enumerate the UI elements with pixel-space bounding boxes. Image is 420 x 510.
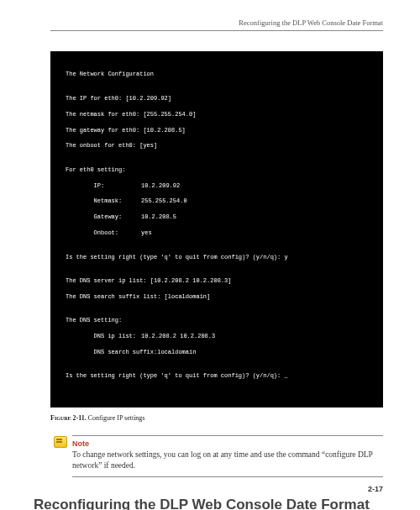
terminal-key: IP: bbox=[66, 182, 141, 190]
terminal-line: Onboot:yes bbox=[66, 229, 368, 237]
terminal-line: The DNS server ip list: [10.2.208.2 10.2… bbox=[66, 277, 368, 285]
terminal-line: The Network Configuration bbox=[66, 71, 368, 78]
terminal-line: The DNS setting: bbox=[66, 317, 368, 324]
terminal-screenshot: The Network Configuration The IP for eth… bbox=[50, 51, 383, 407]
note-block: Note To change network settings, you can… bbox=[54, 435, 383, 477]
section-heading: Reconfiguring the DLP Web Console Date F… bbox=[34, 496, 383, 510]
terminal-key: DNS search suffix: bbox=[66, 349, 157, 356]
figure-caption-text: Configure IP settings bbox=[88, 414, 145, 422]
figure-label: Figure 2-11. bbox=[50, 414, 87, 422]
terminal-line: The onboot for eth0: [yes] bbox=[66, 142, 368, 150]
terminal-line: The gateway for eth0: [10.2.208.5] bbox=[66, 127, 368, 134]
terminal-line: The IP for eth0: [10.2.209.92] bbox=[66, 95, 368, 103]
terminal-value: 10.2.209.92 bbox=[141, 182, 180, 189]
note-title: Note bbox=[72, 439, 383, 448]
terminal-line: The DNS search suffix list: [localdomain… bbox=[66, 293, 368, 301]
header-rule bbox=[50, 30, 383, 31]
terminal-line: Is the setting right (type 'q' to quit f… bbox=[66, 372, 368, 380]
terminal-key: Gateway: bbox=[66, 213, 141, 221]
terminal-line: DNS search suffix:localdomain bbox=[66, 349, 368, 356]
terminal-value: 255.255.254.0 bbox=[141, 197, 187, 204]
terminal-value: localdomain bbox=[157, 349, 196, 355]
terminal-value: yes bbox=[141, 229, 152, 236]
note-text: To change network settings, you can log … bbox=[72, 450, 383, 471]
figure-caption: Figure 2-11. Configure IP settings bbox=[50, 414, 383, 422]
terminal-line: Netmask:255.255.254.0 bbox=[66, 197, 368, 205]
terminal-key: Onboot: bbox=[66, 229, 141, 237]
page-number: 2-17 bbox=[368, 485, 383, 493]
page: Reconfiguring the DLP Web Console Date F… bbox=[0, 0, 420, 510]
terminal-key: Netmask: bbox=[66, 197, 141, 205]
running-head: Reconfiguring the DLP Web Console Date F… bbox=[50, 18, 383, 30]
terminal-value: 10.2.208.2 10.2.208.3 bbox=[141, 333, 215, 339]
terminal-line: Is the setting right (type 'q' to quit f… bbox=[66, 254, 368, 261]
terminal-line: The netmask for eth0: [255.255.254.0] bbox=[66, 111, 368, 118]
note-body: Note To change network settings, you can… bbox=[72, 435, 383, 477]
terminal-line: DNS ip list:10.2.208.2 10.2.208.3 bbox=[66, 333, 368, 340]
terminal-line: For eth0 setting: bbox=[66, 166, 368, 174]
terminal-key: DNS ip list: bbox=[66, 333, 141, 340]
note-icon bbox=[54, 436, 67, 448]
terminal-line: Gateway:10.2.208.5 bbox=[66, 213, 368, 221]
terminal-line: IP:10.2.209.92 bbox=[66, 182, 368, 190]
terminal-value: 10.2.208.5 bbox=[141, 213, 176, 220]
